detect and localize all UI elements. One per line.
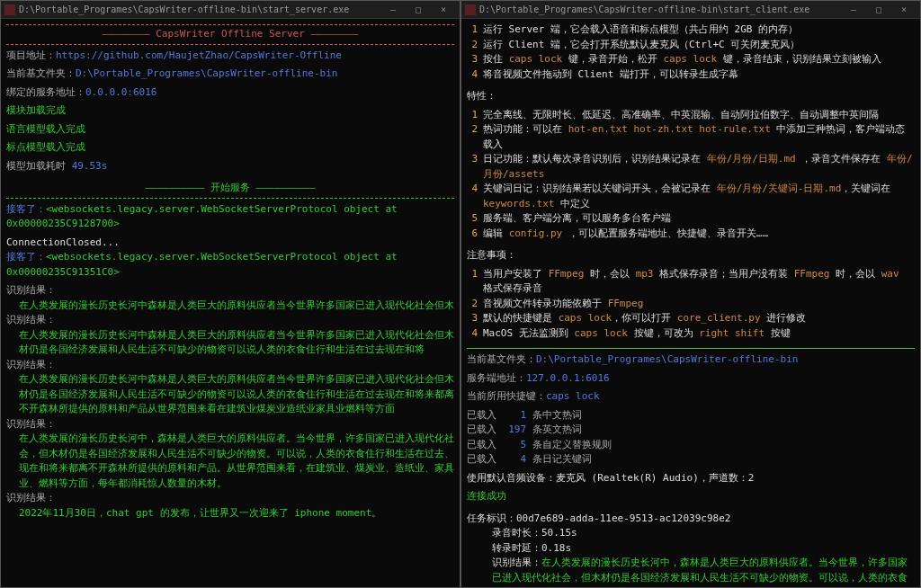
result-label: 识别结果： (6, 358, 454, 373)
result-2: 在人类发展的漫长历史长河中森林是人类巨大的原料供应者当今世界许多国家已进入现代化… (6, 328, 454, 358)
intro-3: 3按住 caps lock 键，录音开始，松开 caps lock 键，录音结束… (467, 52, 915, 67)
feature-1: 1完全离线、无限时长、低延迟、高准确率、中英混输、自动阿拉伯数字、自动调整中英间… (467, 108, 915, 123)
features-label: 特性： (467, 89, 915, 104)
divider (6, 44, 454, 45)
task1-rec: 录音时长：50.15s (467, 526, 915, 541)
intro-2: 2运行 Client 端，它会打开系统默认麦克风（Ctrl+C 可关闭麦克风） (467, 38, 915, 53)
note-2: 2音视频文件转录功能依赖于 FFmpeg (467, 297, 915, 312)
basedir-line: 当前基文件夹：D:\Portable_Programes\CapsWriter-… (6, 67, 454, 82)
divider (6, 198, 454, 199)
maximize-button[interactable]: □ (866, 3, 891, 16)
minimize-button[interactable]: — (841, 3, 866, 16)
server-titlebar[interactable]: D:\Portable_Programes\CapsWriter-offline… (1, 1, 460, 19)
task1-id: 任务标识：00d7e689-adda-11ee-9513-ac12039c98e… (467, 512, 915, 527)
load-status-2: 语言模型载入完成 (6, 122, 454, 138)
server-addr: 服务端地址：127.0.0.1:6016 (467, 371, 915, 387)
feature-4: 4关键词日记：识别结果若以关键词开头，会被记录在 年份/月份/关键词-日期.md… (467, 182, 915, 211)
close-button[interactable]: × (891, 3, 917, 16)
intro-1: 1运行 Server 端，它会载入语音和标点模型（共占用约 2GB 的内存） (467, 22, 915, 38)
server-header: ———————— CapsWriter Offline Server —————… (6, 27, 454, 42)
server-terminal[interactable]: ———————— CapsWriter Offline Server —————… (1, 19, 460, 587)
result-5: 2022年11月30日，chat gpt 的发布，让世界又一次迎来了 iphon… (6, 506, 454, 521)
note-1: 1当用户安装了 FFmpeg 时，会以 mp3 格式保存录音；当用户没有装 FF… (467, 267, 915, 297)
result-label: 识别结果： (6, 283, 454, 298)
loaded-rule: 已载入 5 条自定义替换规则 (467, 438, 915, 453)
client-terminal[interactable]: 1运行 Server 端，它会载入语音和标点模型（共占用约 2GB 的内存） 2… (461, 19, 920, 587)
result-label: 识别结果： (6, 313, 454, 328)
result-label: 识别结果： (6, 491, 454, 506)
conn-closed: ConnectionClosed... (6, 236, 454, 251)
divider (6, 24, 454, 25)
audio-device: 使用默认音频设备：麦克风 (Realtek(R) Audio)，声道数：2 (467, 471, 915, 486)
task1-trans: 转录时延：0.18s (467, 541, 915, 557)
minimize-button[interactable]: — (380, 3, 406, 16)
client-window: D:\Portable_Programes\CapsWriter-offline… (460, 0, 921, 588)
client-basedir: 当前基文件夹：D:\Portable_Programes\CapsWriter-… (467, 352, 915, 368)
maximize-button[interactable]: □ (406, 3, 431, 16)
service-title: —————————— 开始服务 —————————— (6, 181, 454, 196)
connection-1: 接客了：<websockets.legacy.server.WebSocketS… (6, 202, 454, 232)
feature-3: 3日记功能：默认每次录音识别后，识别结果记录在 年份/月份/日期.md ，录音文… (467, 152, 915, 182)
loaded-cn: 已载入 1 条中文热词 (467, 408, 915, 423)
intro-4: 4将音视频文件拖动到 Client 端打开，可以转录生成字幕 (467, 67, 915, 83)
feature-6: 6编辑 config.py ，可以配置服务端地址、快捷键、录音开关…… (467, 227, 915, 242)
divider (467, 348, 915, 349)
task1-result: 识别结果：在人类发展的漫长历史长河中，森林是人类巨大的原料供应者。当今世界，许多… (467, 556, 915, 587)
timing-line: 模型加载耗时 49.53s (6, 159, 454, 174)
result-label: 识别结果： (6, 417, 454, 432)
client-titlebar[interactable]: D:\Portable_Programes\CapsWriter-offline… (461, 1, 920, 19)
feature-2: 2热词功能：可以在 hot-en.txt hot-zh.txt hot-rule… (467, 122, 915, 152)
result-3: 在人类发展的漫长历史长河中森林是人类巨大的原料供应者当今世界许多国家已进入现代化… (6, 372, 454, 417)
server-window-title: D:\Portable_Programes\CapsWriter-offline… (19, 3, 380, 16)
app-icon (4, 4, 15, 15)
note-3: 3默认的快捷键是 caps lock，你可以打开 core_client.py … (467, 311, 915, 326)
loaded-en: 已载入 197 条英文热词 (467, 423, 915, 438)
connection-2: 接客了：<websockets.legacy.server.WebSocketS… (6, 250, 454, 280)
hotkey-line: 当前所用快捷键：caps lock (467, 389, 915, 405)
note-4: 4MacOS 无法监测到 caps lock 按键，可改为 right shif… (467, 326, 915, 342)
app-icon (465, 4, 476, 15)
load-status-3: 标点模型载入完成 (6, 140, 454, 156)
result-1: 在人类发展的漫长历史长河中森林是人类巨大的原料供应者当今世界许多国家已进入现代化… (6, 298, 454, 314)
notes-label: 注意事项： (467, 248, 915, 263)
client-window-title: D:\Portable_Programes\CapsWriter-offline… (479, 3, 841, 16)
conn-ok: 连接成功 (467, 489, 915, 504)
close-button[interactable]: × (431, 3, 456, 16)
bindaddr-line: 绑定的服务地址：0.0.0.0:6016 (6, 85, 454, 101)
feature-5: 5服务端、客户端分离，可以服务多台客户端 (467, 211, 915, 227)
loaded-kw: 已载入 4 条日记关键词 (467, 452, 915, 468)
project-line: 项目地址：https://github.com/HaujetZhao/CapsW… (6, 49, 454, 64)
load-status-1: 模块加载完成 (6, 103, 454, 119)
server-window: D:\Portable_Programes\CapsWriter-offline… (0, 0, 460, 588)
result-4: 在人类发展的漫长历史长河中，森林是人类巨大的原料供应者。当今世界，许多国家已进入… (6, 432, 454, 491)
